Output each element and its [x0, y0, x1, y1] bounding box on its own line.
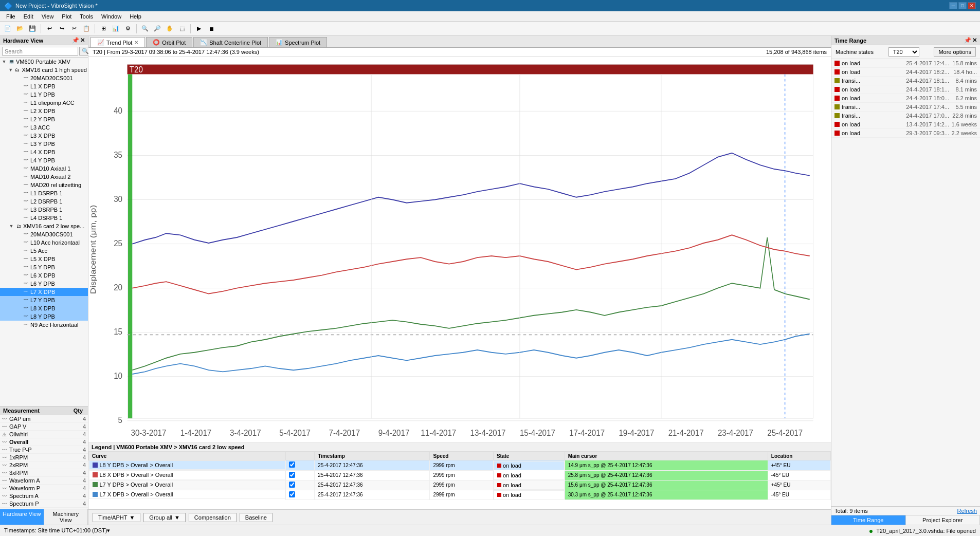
chart-tab-shaft-centerline-plot[interactable]: 📉 Shaft Centerline Plot	[193, 37, 268, 47]
chart-tab-spectrum-plot[interactable]: 📊 Spectrum Plot	[269, 37, 327, 47]
measurement-row[interactable]: 〰Spectrum A4	[0, 492, 88, 500]
tree-item[interactable]: 〰L6 X DPB	[0, 271, 88, 280]
toolbar-table[interactable]: ⊞	[98, 23, 109, 34]
state-row[interactable]: on load29-3-2017 09:3...2.2 weeks	[831, 129, 980, 138]
tree-item[interactable]: 〰L2 X DPB	[0, 107, 88, 115]
chart-tab-orbit-plot[interactable]: ⭕ Orbit Plot	[146, 37, 192, 47]
menu-item-plot[interactable]: Plot	[58, 13, 76, 20]
measurement-row[interactable]: 〰Spectrum P4	[0, 500, 88, 508]
menu-item-edit[interactable]: Edit	[20, 13, 38, 20]
toolbar-save[interactable]: 💾	[27, 23, 38, 34]
tree-item[interactable]: 〰L3 X DPB	[0, 132, 88, 140]
time-apht-button[interactable]: Time/APHT ▼	[93, 513, 140, 522]
tree-item[interactable]: 〰L5 Acc	[0, 247, 88, 255]
tree-item[interactable]: 〰L5 Y DPB	[0, 263, 88, 271]
time-range-tab[interactable]: Time Range	[831, 515, 906, 525]
legend-visibility-cell[interactable]	[286, 460, 315, 471]
machinery-view-tab[interactable]: Machinery View	[44, 509, 88, 525]
right-panel-pin[interactable]: 📌	[964, 37, 971, 44]
measurement-row[interactable]: ⚠Oilwhirl4	[0, 431, 88, 438]
visibility-checkbox[interactable]	[289, 491, 295, 497]
visibility-checkbox[interactable]	[289, 461, 295, 468]
panel-close[interactable]: ✕	[80, 37, 85, 44]
tree-item[interactable]: 〰L3 DSRPB 1	[0, 206, 88, 214]
toolbar-stop[interactable]: ⏹	[206, 23, 217, 34]
measurement-row[interactable]: 〰Waveform A4	[0, 477, 88, 485]
tree-item[interactable]: 〰L4 Y DPB	[0, 156, 88, 164]
state-row[interactable]: on load24-4-2017 18:2...18.4 ho...	[831, 68, 980, 77]
tree-item[interactable]: 〰MAD20 rel uitzetting	[0, 181, 88, 189]
state-row[interactable]: on load24-4-2017 18:0...6.2 mins	[831, 94, 980, 103]
menu-item-window[interactable]: Window	[97, 13, 125, 20]
tree-item[interactable]: 〰L4 DSRPB 1	[0, 214, 88, 222]
tree-item[interactable]: 〰L7 Y DPB	[0, 296, 88, 304]
toolbar-open[interactable]: 📂	[14, 23, 26, 34]
toolbar-cut[interactable]: ✂	[68, 23, 80, 34]
measurement-row[interactable]: 〰Waveform P4	[0, 485, 88, 492]
legend-visibility-cell[interactable]	[286, 480, 315, 490]
compensation-button[interactable]: Compensation	[189, 513, 237, 522]
measurement-row[interactable]: 〰GAP V4	[0, 423, 88, 431]
maximize-button[interactable]: □	[958, 2, 967, 9]
hardware-view-tab[interactable]: Hardware View	[0, 509, 44, 525]
state-row[interactable]: transi...24-4-2017 18:1...8.4 mins	[831, 77, 980, 85]
toolbar-redo[interactable]: ↪	[56, 23, 67, 34]
tree-item[interactable]: ▼🗂XMV16 card 1 high speed	[0, 66, 88, 74]
tree-item[interactable]: 〰20MAD20CS001	[0, 74, 88, 82]
tree-item[interactable]: 〰20MAD30CS001	[0, 230, 88, 238]
project-explorer-tab[interactable]: Project Explorer	[906, 515, 981, 525]
measurement-row[interactable]: 〰Overall4	[0, 438, 88, 446]
tree-item[interactable]: 〰L2 DSRPB 1	[0, 197, 88, 206]
visibility-checkbox[interactable]	[289, 472, 295, 478]
tree-expand-btn[interactable]: ▼	[1, 59, 7, 65]
tree-expand-btn[interactable]: ▼	[8, 223, 14, 229]
toolbar-zoom-out[interactable]: 🔎	[152, 23, 163, 34]
state-row[interactable]: on load24-4-2017 18:1...8.1 mins	[831, 85, 980, 94]
toolbar-zoom-in[interactable]: 🔍	[139, 23, 151, 34]
tree-item[interactable]: 〰L6 Y DPB	[0, 280, 88, 288]
measurement-row[interactable]: 〰1xRPM4	[0, 454, 88, 461]
legend-row[interactable]: L7 X DPB > Overall > Overall25-4-2017 12…	[89, 490, 831, 500]
measurement-row[interactable]: 〰3xRPM4	[0, 469, 88, 477]
group-all-button[interactable]: Group all ▼	[143, 513, 186, 522]
toolbar-chart[interactable]: 📊	[110, 23, 121, 34]
tree-item[interactable]: 〰L1 X DPB	[0, 82, 88, 90]
tree-item[interactable]: 〰L1 oliepomp ACC	[0, 99, 88, 107]
visibility-checkbox[interactable]	[289, 482, 295, 488]
legend-row[interactable]: L8 Y DPB > Overall > Overall25-4-2017 12…	[89, 460, 831, 471]
baseline-button[interactable]: Baseline	[240, 513, 273, 522]
tree-item[interactable]: 〰MAD10 Axiaal 1	[0, 164, 88, 173]
chart-container[interactable]: 5 10 15 20 25 30 35 40 Displacement (μm,…	[88, 57, 831, 442]
tree-item[interactable]: ▼💻VM600 Portable XMV	[0, 58, 88, 66]
state-row[interactable]: on load25-4-2017 12:4...15.8 mins	[831, 59, 980, 68]
tree-item[interactable]: 〰L1 Y DPB	[0, 90, 88, 99]
toolbar-settings[interactable]: ⚙	[122, 23, 134, 34]
state-row[interactable]: transi...24-4-2017 17:4...5.5 mins	[831, 103, 980, 112]
tree-item[interactable]: 〰L8 Y DPB	[0, 312, 88, 321]
state-row[interactable]: transi...24-4-2017 17:0...22.8 mins	[831, 112, 980, 120]
toolbar-play[interactable]: ▶	[193, 23, 205, 34]
measurement-row[interactable]: 〰2xRPM4	[0, 461, 88, 469]
legend-row[interactable]: L8 X DPB > Overall > Overall25-4-2017 12…	[89, 470, 831, 480]
tree-item[interactable]: 〰L10 Acc horizontaal	[0, 238, 88, 247]
tab-close-button[interactable]: ✕	[134, 40, 138, 45]
measurement-row[interactable]: 〰True P-P4	[0, 446, 88, 454]
legend-row[interactable]: L7 Y DPB > Overall > Overall25-4-2017 12…	[89, 480, 831, 490]
legend-visibility-cell[interactable]	[286, 470, 315, 480]
measurement-row[interactable]: 〰GAP um4	[0, 415, 88, 423]
menu-item-tools[interactable]: Tools	[76, 13, 97, 20]
right-panel-close[interactable]: ✕	[972, 37, 977, 44]
tree-item[interactable]: 〰L1 DSRPB 1	[0, 189, 88, 197]
close-button[interactable]: ✕	[968, 2, 976, 9]
toolbar-new[interactable]: 📄	[2, 23, 13, 34]
tree-item[interactable]: 〰MAD10 Axiaal 2	[0, 173, 88, 181]
menu-item-view[interactable]: View	[38, 13, 58, 20]
state-row[interactable]: on load13-4-2017 14:2...1.6 weeks	[831, 120, 980, 129]
tree-item[interactable]: 〰L3 ACC	[0, 123, 88, 132]
tree-item[interactable]: 〰L2 Y DPB	[0, 115, 88, 123]
tree-item[interactable]: 〰L7 X DPB	[0, 288, 88, 296]
panel-pin[interactable]: 📌	[72, 37, 79, 44]
toolbar-pan[interactable]: ✋	[164, 23, 175, 34]
tree-item[interactable]: ▼🗂XMV16 card 2 low spe...	[0, 222, 88, 230]
legend-visibility-cell[interactable]	[286, 490, 315, 500]
